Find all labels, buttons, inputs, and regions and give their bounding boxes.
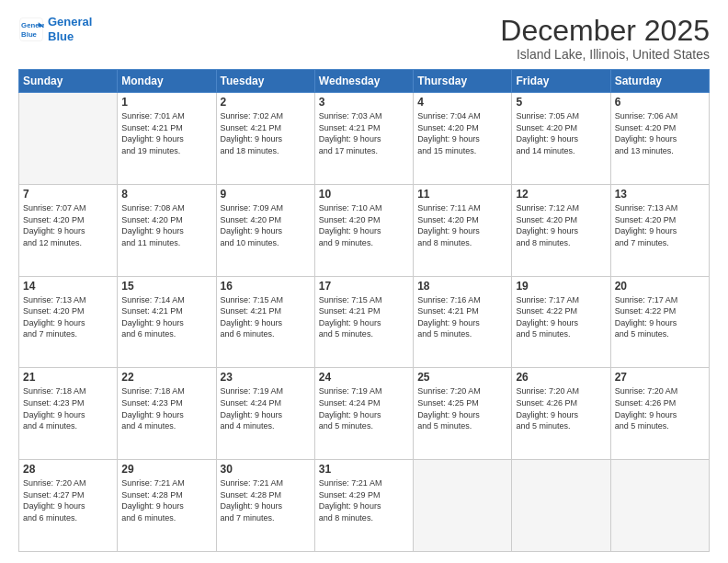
calendar-day-cell: 18Sunrise: 7:16 AM Sunset: 4:21 PM Dayli… bbox=[414, 276, 512, 368]
day-info: Sunrise: 7:10 AM Sunset: 4:20 PM Dayligh… bbox=[319, 202, 409, 248]
calendar-day-cell: 30Sunrise: 7:21 AM Sunset: 4:28 PM Dayli… bbox=[216, 460, 314, 552]
calendar-day-cell: 9Sunrise: 7:09 AM Sunset: 4:20 PM Daylig… bbox=[216, 184, 314, 276]
calendar-day-cell: 26Sunrise: 7:20 AM Sunset: 4:26 PM Dayli… bbox=[512, 368, 610, 460]
calendar-week-row: 28Sunrise: 7:20 AM Sunset: 4:27 PM Dayli… bbox=[19, 460, 710, 552]
day-info: Sunrise: 7:18 AM Sunset: 4:23 PM Dayligh… bbox=[23, 385, 113, 431]
day-number: 24 bbox=[319, 371, 409, 384]
svg-text:Blue: Blue bbox=[21, 29, 38, 38]
calendar-day-cell: 8Sunrise: 7:08 AM Sunset: 4:20 PM Daylig… bbox=[118, 184, 216, 276]
day-number: 7 bbox=[23, 188, 113, 201]
calendar-day-cell: 22Sunrise: 7:18 AM Sunset: 4:23 PM Dayli… bbox=[118, 368, 216, 460]
day-info: Sunrise: 7:07 AM Sunset: 4:20 PM Dayligh… bbox=[23, 202, 113, 248]
day-info: Sunrise: 7:20 AM Sunset: 4:26 PM Dayligh… bbox=[615, 385, 705, 431]
calendar-day-cell: 10Sunrise: 7:10 AM Sunset: 4:20 PM Dayli… bbox=[314, 184, 413, 276]
day-info: Sunrise: 7:05 AM Sunset: 4:20 PM Dayligh… bbox=[516, 110, 606, 156]
page: General Blue General Blue December 2025 … bbox=[0, 0, 728, 563]
calendar-day-cell: 15Sunrise: 7:14 AM Sunset: 4:21 PM Dayli… bbox=[118, 276, 216, 368]
calendar-day-cell: 2Sunrise: 7:02 AM Sunset: 4:21 PM Daylig… bbox=[216, 93, 314, 185]
calendar-day-cell: 3Sunrise: 7:03 AM Sunset: 4:21 PM Daylig… bbox=[314, 93, 413, 185]
day-info: Sunrise: 7:20 AM Sunset: 4:26 PM Dayligh… bbox=[516, 385, 606, 431]
calendar-day-cell bbox=[610, 460, 709, 552]
day-info: Sunrise: 7:17 AM Sunset: 4:22 PM Dayligh… bbox=[516, 294, 606, 340]
calendar-day-cell: 4Sunrise: 7:04 AM Sunset: 4:20 PM Daylig… bbox=[414, 93, 512, 185]
day-number: 17 bbox=[319, 280, 409, 293]
day-number: 25 bbox=[417, 371, 507, 384]
day-number: 4 bbox=[417, 96, 507, 109]
calendar-week-row: 14Sunrise: 7:13 AM Sunset: 4:20 PM Dayli… bbox=[19, 276, 710, 368]
day-number: 12 bbox=[516, 188, 606, 201]
day-number: 20 bbox=[615, 280, 705, 293]
day-number: 5 bbox=[516, 96, 606, 109]
calendar-body: 1Sunrise: 7:01 AM Sunset: 4:21 PM Daylig… bbox=[19, 93, 710, 552]
day-info: Sunrise: 7:09 AM Sunset: 4:20 PM Dayligh… bbox=[221, 202, 311, 248]
day-of-week-header: Wednesday bbox=[314, 70, 413, 93]
calendar-day-cell: 17Sunrise: 7:15 AM Sunset: 4:21 PM Dayli… bbox=[314, 276, 413, 368]
day-info: Sunrise: 7:21 AM Sunset: 4:28 PM Dayligh… bbox=[221, 477, 311, 523]
day-number: 27 bbox=[615, 371, 705, 384]
day-info: Sunrise: 7:20 AM Sunset: 4:27 PM Dayligh… bbox=[23, 477, 113, 523]
day-info: Sunrise: 7:15 AM Sunset: 4:21 PM Dayligh… bbox=[221, 294, 311, 340]
day-info: Sunrise: 7:03 AM Sunset: 4:21 PM Dayligh… bbox=[319, 110, 409, 156]
day-info: Sunrise: 7:11 AM Sunset: 4:20 PM Dayligh… bbox=[417, 202, 507, 248]
subtitle: Island Lake, Illinois, United States bbox=[500, 47, 710, 62]
calendar-day-cell: 27Sunrise: 7:20 AM Sunset: 4:26 PM Dayli… bbox=[610, 368, 709, 460]
calendar-day-cell: 12Sunrise: 7:12 AM Sunset: 4:20 PM Dayli… bbox=[512, 184, 610, 276]
calendar-table: SundayMondayTuesdayWednesdayThursdayFrid… bbox=[18, 69, 710, 552]
day-number: 15 bbox=[121, 280, 211, 293]
day-number: 3 bbox=[319, 96, 409, 109]
day-of-week-header: Friday bbox=[512, 70, 610, 93]
day-number: 8 bbox=[121, 188, 211, 201]
day-number: 13 bbox=[615, 188, 705, 201]
day-number: 6 bbox=[615, 96, 705, 109]
day-number: 28 bbox=[23, 463, 113, 476]
calendar-header-row: SundayMondayTuesdayWednesdayThursdayFrid… bbox=[19, 70, 710, 93]
logo-icon: General Blue bbox=[18, 17, 44, 42]
calendar-day-cell bbox=[512, 460, 610, 552]
logo-text: General Blue bbox=[48, 15, 92, 43]
day-info: Sunrise: 7:01 AM Sunset: 4:21 PM Dayligh… bbox=[121, 110, 211, 156]
day-number: 2 bbox=[221, 96, 311, 109]
day-info: Sunrise: 7:15 AM Sunset: 4:21 PM Dayligh… bbox=[319, 294, 409, 340]
day-number: 18 bbox=[417, 280, 507, 293]
day-of-week-header: Saturday bbox=[610, 70, 709, 93]
header: General Blue General Blue December 2025 … bbox=[18, 15, 710, 62]
title-block: December 2025 Island Lake, Illinois, Uni… bbox=[500, 15, 710, 62]
day-info: Sunrise: 7:21 AM Sunset: 4:28 PM Dayligh… bbox=[121, 477, 211, 523]
day-of-week-header: Sunday bbox=[19, 70, 118, 93]
day-info: Sunrise: 7:16 AM Sunset: 4:21 PM Dayligh… bbox=[417, 294, 507, 340]
logo-line1: General bbox=[48, 15, 92, 29]
day-info: Sunrise: 7:06 AM Sunset: 4:20 PM Dayligh… bbox=[615, 110, 705, 156]
logo: General Blue General Blue bbox=[18, 15, 92, 43]
day-number: 1 bbox=[121, 96, 211, 109]
calendar-day-cell: 31Sunrise: 7:21 AM Sunset: 4:29 PM Dayli… bbox=[314, 460, 413, 552]
day-number: 26 bbox=[516, 371, 606, 384]
calendar-day-cell: 25Sunrise: 7:20 AM Sunset: 4:25 PM Dayli… bbox=[414, 368, 512, 460]
day-number: 22 bbox=[121, 371, 211, 384]
day-number: 29 bbox=[121, 463, 211, 476]
calendar-day-cell: 19Sunrise: 7:17 AM Sunset: 4:22 PM Dayli… bbox=[512, 276, 610, 368]
day-info: Sunrise: 7:20 AM Sunset: 4:25 PM Dayligh… bbox=[417, 385, 507, 431]
day-info: Sunrise: 7:12 AM Sunset: 4:20 PM Dayligh… bbox=[516, 202, 606, 248]
day-number: 9 bbox=[221, 188, 311, 201]
day-info: Sunrise: 7:13 AM Sunset: 4:20 PM Dayligh… bbox=[615, 202, 705, 248]
day-number: 23 bbox=[221, 371, 311, 384]
calendar-day-cell: 1Sunrise: 7:01 AM Sunset: 4:21 PM Daylig… bbox=[118, 93, 216, 185]
day-of-week-header: Thursday bbox=[414, 70, 512, 93]
calendar-week-row: 7Sunrise: 7:07 AM Sunset: 4:20 PM Daylig… bbox=[19, 184, 710, 276]
day-number: 11 bbox=[417, 188, 507, 201]
calendar-day-cell bbox=[414, 460, 512, 552]
day-info: Sunrise: 7:04 AM Sunset: 4:20 PM Dayligh… bbox=[417, 110, 507, 156]
day-of-week-header: Tuesday bbox=[216, 70, 314, 93]
calendar-day-cell: 29Sunrise: 7:21 AM Sunset: 4:28 PM Dayli… bbox=[118, 460, 216, 552]
calendar-day-cell: 23Sunrise: 7:19 AM Sunset: 4:24 PM Dayli… bbox=[216, 368, 314, 460]
day-number: 10 bbox=[319, 188, 409, 201]
calendar-day-cell: 20Sunrise: 7:17 AM Sunset: 4:22 PM Dayli… bbox=[610, 276, 709, 368]
calendar-day-cell bbox=[19, 93, 118, 185]
calendar-day-cell: 16Sunrise: 7:15 AM Sunset: 4:21 PM Dayli… bbox=[216, 276, 314, 368]
day-info: Sunrise: 7:14 AM Sunset: 4:21 PM Dayligh… bbox=[121, 294, 211, 340]
calendar-day-cell: 13Sunrise: 7:13 AM Sunset: 4:20 PM Dayli… bbox=[610, 184, 709, 276]
calendar-week-row: 1Sunrise: 7:01 AM Sunset: 4:21 PM Daylig… bbox=[19, 93, 710, 185]
calendar-day-cell: 6Sunrise: 7:06 AM Sunset: 4:20 PM Daylig… bbox=[610, 93, 709, 185]
calendar-day-cell: 21Sunrise: 7:18 AM Sunset: 4:23 PM Dayli… bbox=[19, 368, 118, 460]
day-number: 14 bbox=[23, 280, 113, 293]
